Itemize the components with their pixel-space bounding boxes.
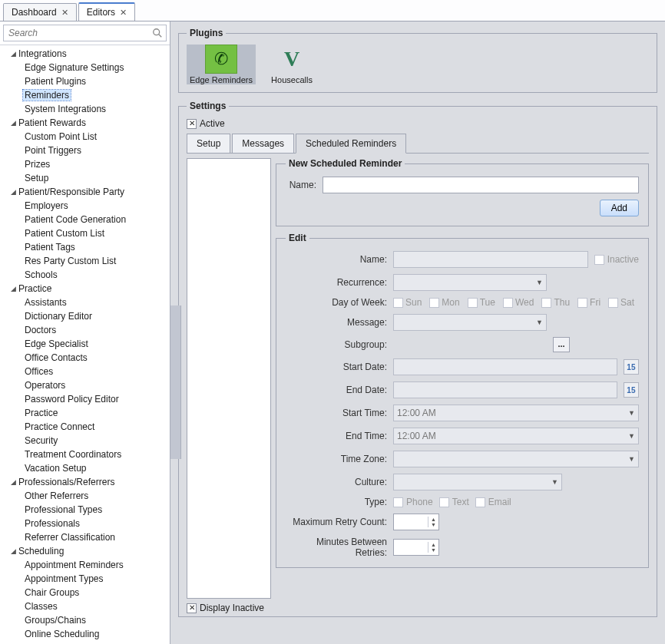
tree-item[interactable]: System Integrations xyxy=(0,102,170,116)
tree-item[interactable]: Professional Types xyxy=(0,503,170,517)
document-tab-dashboard[interactable]: Dashboard✕ xyxy=(3,3,77,21)
tree-category[interactable]: ◢Patient/Responsible Party xyxy=(0,185,170,199)
expander-icon[interactable]: ◢ xyxy=(9,478,17,486)
main-scrollbar-thumb[interactable] xyxy=(170,305,181,459)
tree-item[interactable]: Appointment Types xyxy=(0,572,170,586)
display-inactive-checkbox[interactable]: Display Inactive xyxy=(187,603,264,613)
tree-item[interactable]: Point Triggers xyxy=(0,144,170,157)
tree-item[interactable]: Office Contacts xyxy=(0,351,170,365)
tree-item[interactable]: Chair Groups xyxy=(0,586,170,599)
time-zone-combo[interactable]: ▼ xyxy=(393,451,639,467)
document-tab-editors[interactable]: Editors✕ xyxy=(78,2,135,21)
tree-category[interactable]: ◢Practice xyxy=(0,282,170,296)
tree-item[interactable]: Classes xyxy=(0,599,170,613)
settings-group: Settings Active SetupMessagesScheduled R… xyxy=(178,101,657,617)
tree-category[interactable]: ◢Integrations xyxy=(0,47,170,61)
tree-item[interactable]: Edge Specialist xyxy=(0,337,170,351)
day-fri-checkbox[interactable]: Fri xyxy=(577,297,600,308)
tree-item[interactable]: Patient Plugins xyxy=(0,74,170,88)
tree-item[interactable]: Custom Point List xyxy=(0,130,170,144)
chevron-down-icon: ▼ xyxy=(628,409,635,417)
tree-item[interactable]: Appointment Reminders xyxy=(0,558,170,572)
add-button[interactable]: Add xyxy=(600,200,639,216)
day-tue-checkbox[interactable]: Tue xyxy=(468,297,495,308)
tree-item[interactable]: Employers xyxy=(0,199,170,213)
recurrence-combo[interactable]: ▼ xyxy=(393,274,547,291)
tab-scheduled-reminders[interactable]: Scheduled Reminders xyxy=(296,134,406,154)
mins-retry-spinner[interactable]: ▲▼ xyxy=(393,539,439,556)
plugin-edge-reminders[interactable]: ✆Edge Reminders xyxy=(187,45,256,84)
calendar-icon[interactable]: 15 xyxy=(624,382,639,398)
expander-icon[interactable]: ◢ xyxy=(9,50,17,58)
day-mon-checkbox[interactable]: Mon xyxy=(429,297,459,308)
expander-icon[interactable]: ◢ xyxy=(9,188,17,196)
day-label: Thu xyxy=(554,297,570,308)
tree-item[interactable]: Online Scheduling xyxy=(0,627,170,641)
tree-item[interactable]: Practice Connect xyxy=(0,420,170,434)
tree-category[interactable]: ◢Professionals/Referrers xyxy=(0,475,170,489)
edit-name-input[interactable] xyxy=(393,251,588,268)
start-date-input[interactable] xyxy=(393,358,617,375)
tree-item[interactable]: Practice xyxy=(0,406,170,420)
plugins-legend: Plugins xyxy=(187,28,226,38)
reminders-list[interactable] xyxy=(187,158,271,599)
tree-item[interactable]: Operators xyxy=(0,378,170,392)
tree-item-label: Prizes xyxy=(23,159,51,170)
calendar-icon[interactable]: 15 xyxy=(624,359,639,375)
inactive-checkbox[interactable]: Inactive xyxy=(594,254,639,265)
tree-item[interactable]: Patient Custom List xyxy=(0,226,170,240)
message-combo[interactable]: ▼ xyxy=(393,314,547,331)
tree-item-label: Groups/Chains xyxy=(23,615,88,626)
tree-item[interactable]: Edge Signature Settings xyxy=(0,61,170,74)
end-time-combo[interactable]: 12:00 AM ▼ xyxy=(393,428,639,444)
subgroup-button[interactable]: ... xyxy=(553,337,570,352)
new-name-input[interactable] xyxy=(323,177,639,193)
type-phone-checkbox[interactable]: Phone xyxy=(393,497,433,507)
active-checkbox[interactable]: Active xyxy=(187,118,225,129)
tree-item[interactable]: Dictionary Editor xyxy=(0,309,170,323)
tree-category[interactable]: ◢Scheduling xyxy=(0,544,170,558)
tab-setup[interactable]: Setup xyxy=(187,134,230,153)
tree-item[interactable]: Assistants xyxy=(0,296,170,309)
tree-category[interactable]: ◢Patient Rewards xyxy=(0,116,170,130)
tree-item[interactable]: Res Party Custom List xyxy=(0,254,170,268)
tree-item[interactable]: Security xyxy=(0,434,170,447)
tree-item[interactable]: Professionals xyxy=(0,517,170,530)
tree-item[interactable]: Vacation Setup xyxy=(0,461,170,475)
tab-messages[interactable]: Messages xyxy=(232,134,294,153)
tree-item[interactable]: Referrer Classification xyxy=(0,530,170,544)
tree-item[interactable]: Treatment Coordinators xyxy=(0,447,170,461)
tree-item-label: Appointment Reminders xyxy=(23,560,125,570)
tree-item[interactable]: Password Policy Editor xyxy=(0,392,170,406)
tree-item[interactable]: Doctors xyxy=(0,323,170,337)
end-date-input[interactable] xyxy=(393,381,617,398)
tree-item[interactable]: Schools xyxy=(0,268,170,282)
tree-item[interactable]: Other Referrers xyxy=(0,489,170,503)
day-sat-checkbox[interactable]: Sat xyxy=(608,297,634,308)
max-retry-spinner[interactable]: ▲▼ xyxy=(393,514,439,530)
expander-icon[interactable]: ◢ xyxy=(9,547,17,555)
tree-item[interactable]: Patient Code Generation xyxy=(0,213,170,226)
expander-icon[interactable]: ◢ xyxy=(9,119,17,127)
culture-combo[interactable]: ▼ xyxy=(393,474,562,490)
editors-tree[interactable]: ◢IntegrationsEdge Signature SettingsPati… xyxy=(0,45,170,644)
start-time-combo[interactable]: 12:00 AM ▼ xyxy=(393,405,639,421)
plugin-housecalls[interactable]: VHousecalls xyxy=(257,45,326,84)
type-text-checkbox[interactable]: Text xyxy=(439,497,469,507)
search-input[interactable] xyxy=(7,27,152,39)
type-email-checkbox[interactable]: Email xyxy=(475,497,511,507)
day-thu-checkbox[interactable]: Thu xyxy=(541,297,570,308)
search-input-wrapper[interactable] xyxy=(3,25,167,41)
expander-icon[interactable]: ◢ xyxy=(9,285,17,292)
close-icon[interactable]: ✕ xyxy=(61,8,68,18)
tree-item[interactable]: Reminders xyxy=(0,88,170,102)
tree-item[interactable]: Setup xyxy=(0,171,170,185)
day-sun-checkbox[interactable]: Sun xyxy=(393,297,422,308)
day-wed-checkbox[interactable]: Wed xyxy=(503,297,534,308)
tree-item[interactable]: Groups/Chains xyxy=(0,613,170,627)
close-icon[interactable]: ✕ xyxy=(120,8,127,18)
message-label: Message: xyxy=(286,317,393,328)
tree-item[interactable]: Prizes xyxy=(0,157,170,171)
tree-item[interactable]: Patient Tags xyxy=(0,240,170,254)
tree-item[interactable]: Offices xyxy=(0,365,170,378)
